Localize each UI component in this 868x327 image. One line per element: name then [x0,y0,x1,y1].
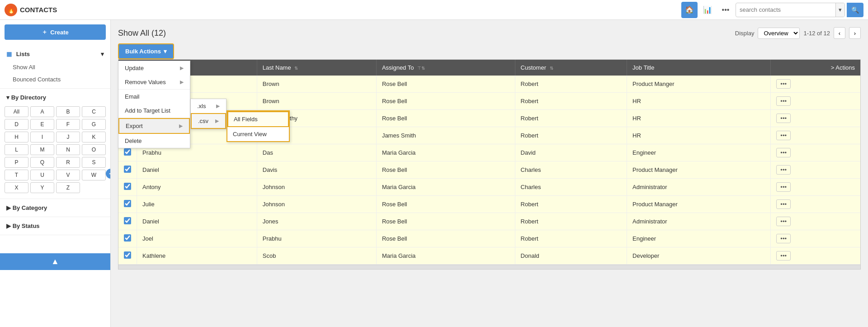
letter-btn-x[interactable]: X [5,182,28,193]
row-actions-button[interactable]: ••• [776,182,791,192]
chevron-right-icon-status: ▶ [6,223,11,229]
row-customer: David [515,144,627,161]
letter-btn-all[interactable]: All [5,106,28,117]
sidebar-bounced-contacts-link[interactable]: Bounced Contacts [0,73,110,85]
row-checkbox[interactable] [124,234,131,242]
dropdown-item-email[interactable]: Email [118,90,190,104]
chart-button[interactable]: 📊 [699,2,716,18]
row-assigned-to: Rose Bell [376,230,515,247]
row-actions-button[interactable]: ••• [776,131,791,140]
row-job-title: Administrator [627,213,771,230]
row-checkbox[interactable] [124,200,131,207]
by-directory-header[interactable]: ▾ By Directory [0,91,110,104]
home-button[interactable]: 🏠 [681,2,698,18]
search-dropdown-button[interactable]: ▾ [835,3,844,17]
toolbar: Bulk Actions ▾ Update ▶ Remove Values ▶ … [118,43,861,59]
by-category-header[interactable]: ▶ By Category [0,202,110,214]
letter-btn-n[interactable]: N [56,144,80,155]
display-select[interactable]: Overview [758,28,800,39]
submenu-item-xls[interactable]: .xls ▶ [191,99,226,113]
row-job-title: Developer [627,247,771,265]
letter-btn-z[interactable]: Z [56,182,80,193]
row-checkbox[interactable] [124,183,131,190]
letter-btn-f[interactable]: F [56,119,80,130]
row-actions-button[interactable]: ••• [776,234,791,243]
row-checkbox-cell [118,247,137,265]
csv-submenu-item-current-view[interactable]: Current View [227,127,289,141]
bulk-actions-button[interactable]: Bulk Actions ▾ [118,43,174,59]
search-input[interactable] [736,6,835,13]
letter-btn-v[interactable]: V [56,170,80,180]
row-actions-button[interactable]: ••• [776,148,791,157]
letter-btn-q[interactable]: Q [30,157,54,168]
letter-btn-y[interactable]: Y [30,182,54,193]
letter-btn-a[interactable]: A [30,106,54,117]
letter-btn-l[interactable]: L [5,144,28,155]
letter-btn-s[interactable]: S [82,157,106,168]
row-actions-cell: ••• [771,127,860,144]
content-header: Show All (12) Display Overview 1-12 of 1… [118,27,861,39]
letter-btn-b[interactable]: B [56,106,80,117]
row-actions-button[interactable]: ••• [776,114,791,123]
row-customer: Robert [515,93,627,110]
arrow-icon-csv: ▶ [215,118,219,124]
row-checkbox[interactable] [124,251,131,259]
letter-btn-k[interactable]: K [82,132,106,142]
letter-btn-o[interactable]: O [82,144,106,155]
letter-btn-u[interactable]: U [30,170,54,180]
letter-btn-g[interactable]: G [82,119,106,130]
row-actions-button[interactable]: ••• [776,251,791,261]
sidebar-show-all-link[interactable]: Show All [0,61,110,73]
row-actions-button[interactable]: ••• [776,79,791,89]
col-assigned-to[interactable]: Assigned To ⊤⇅ [376,60,515,76]
dropdown-item-delete[interactable]: Delete [118,134,190,148]
search-go-button[interactable]: 🔍 [847,3,863,17]
prev-page-button[interactable]: ‹ [834,27,845,39]
sidebar: ＋ Create ▦ Lists ▾ Show All Bounced Cont… [0,20,111,327]
letter-btn-j[interactable]: J [56,132,80,142]
row-job-title: HR [627,110,771,127]
dropdown-item-export[interactable]: Export ▶ [118,118,190,134]
col-job-title[interactable]: Job Title [627,60,771,76]
brand-label: CONTACTS [20,6,57,14]
lists-header[interactable]: ▦ Lists ▾ [0,47,110,61]
dropdown-item-remove-values[interactable]: Remove Values ▶ [118,75,190,89]
row-actions-button[interactable]: ••• [776,217,791,226]
letter-btn-t[interactable]: T [5,170,28,180]
row-checkbox[interactable] [124,217,131,224]
letter-btn-r[interactable]: R [56,157,80,168]
letter-btn-w[interactable]: W [82,170,106,180]
create-button[interactable]: ＋ Create [5,24,106,40]
col-actions-header: > Actions [771,60,860,76]
row-checkbox[interactable] [124,166,131,173]
sidebar-scroll-up-button[interactable]: ▲ [0,253,110,270]
col-last-name[interactable]: Last Name ⇅ [257,60,376,76]
row-actions-button[interactable]: ••• [776,199,791,209]
horizontal-scrollbar[interactable] [118,265,860,269]
row-first-name: Antony [137,179,257,196]
row-checkbox-cell [118,161,137,179]
contacts-table-wrap: First Name ⇅ Last Name ⇅ Assigned To ⊤⇅ … [118,59,861,270]
csv-submenu-item-all-fields[interactable]: All Fields [227,111,289,127]
row-checkbox[interactable] [124,148,131,156]
row-last-name: Jones [257,213,376,230]
row-checkbox-cell [118,179,137,196]
row-actions-button[interactable]: ••• [776,165,791,175]
row-first-name: Daniel [137,161,257,179]
letter-btn-h[interactable]: H [5,132,28,142]
dropdown-item-add-to-target-list[interactable]: Add to Target List [118,104,190,118]
more-options-button[interactable]: ••• [717,2,734,18]
by-status-header[interactable]: ▶ By Status [0,220,110,232]
submenu-item-csv[interactable]: .csv ▶ [191,113,226,129]
next-page-button[interactable]: › [849,27,861,39]
letter-btn-p[interactable]: P [5,157,28,168]
letter-btn-m[interactable]: M [30,144,54,155]
dropdown-item-update[interactable]: Update ▶ [118,61,190,75]
letter-btn-i[interactable]: I [30,132,54,142]
letter-btn-e[interactable]: E [30,119,54,130]
letter-btn-c[interactable]: C [82,106,106,117]
letter-btn-d[interactable]: D [5,119,28,130]
row-actions-button[interactable]: ••• [776,96,791,106]
row-first-name: Kathlene [137,247,257,265]
col-customer[interactable]: Customer ⇅ [515,60,627,76]
